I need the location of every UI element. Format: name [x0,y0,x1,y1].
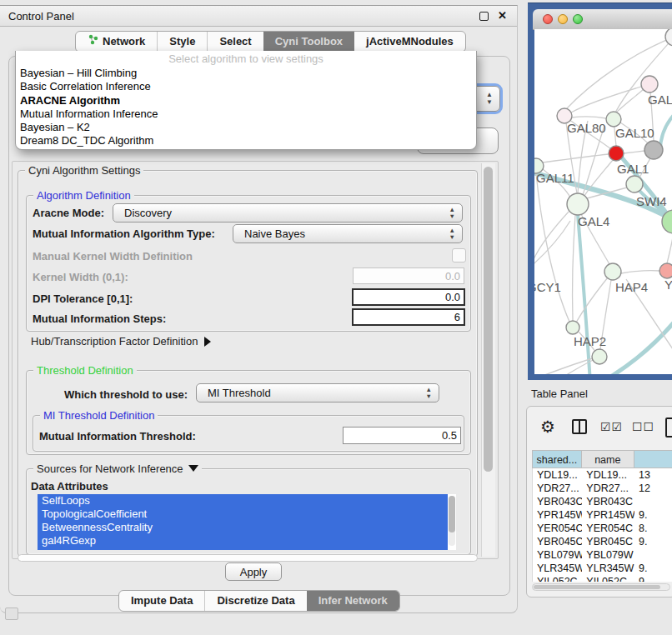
deselect-all-checkboxes-icon[interactable]: ☐☐ [632,420,654,433]
algorithm-option-bayesian-k2[interactable]: Bayesian – K2 [16,121,476,134]
data-attributes-label: Data Attributes [31,480,108,492]
sources-legend[interactable]: Sources for Network Inference [33,462,202,475]
network-window-titlebar[interactable] [533,9,672,30]
settings-vertical-scrollbar[interactable] [481,163,495,557]
mi-threshold-input[interactable] [343,427,461,444]
network-node-gal4[interactable] [567,193,589,215]
close-icon[interactable]: ✕ [498,9,507,22]
tab-network[interactable]: Network [76,32,157,52]
kernel-width-input[interactable] [353,268,464,284]
table-row[interactable]: YBR045CYBR045C9. [533,535,672,548]
algorithm-option-basic-correlation-inference[interactable]: Basic Correlation Inference [16,80,476,93]
data-attribute-option[interactable]: BetweennessCentrality [38,521,456,534]
network-node-hap4[interactable] [604,263,621,280]
table-row[interactable]: YLR345WYLR345W9. [533,562,672,575]
manual-kernel-width-label: Manual Kernel Width Definition [33,250,193,262]
table-row[interactable]: YER054CYER054C8. [533,522,672,535]
tab-impute-data[interactable]: Impute Data [119,591,204,611]
table-cell: 9. [634,562,672,575]
control-panel-tabstrip: NetworkStyleSelectCyni ToolboxjActiveMNo… [75,31,466,52]
network-node-hap2[interactable] [566,321,579,334]
network-canvas[interactable]: GALGAL80GAL10GAL1GAL11SWI4GAL4GCY1HAP4YH… [534,29,672,374]
table-cell: YLR345W [533,562,582,575]
table-header-row: shared...name [532,450,672,468]
manual-kernel-width-checkbox[interactable] [452,248,466,262]
algorithm-dropdown-placeholder: Select algorithm to view settings [16,51,476,67]
table-cell: YDL19... [582,468,634,482]
attributes-scrollbar[interactable] [449,496,455,546]
tab-discretize-data[interactable]: Discretize Data [204,591,306,611]
settings-horizontal-scrollbar[interactable] [18,554,478,562]
settings-scroll-pane: Cyni Algorithm Settings Algorithm Defini… [12,161,499,559]
network-view-window[interactable]: GALGAL80GAL10GAL1GAL11SWI4GAL4GCY1HAP4YH… [528,2,672,380]
table-cell: YDL19... [533,468,582,482]
node-label-gal4: GAL4 [578,214,609,228]
mi-algorithm-type-label: Mutual Information Algorithm Type: [33,228,215,240]
network-node-gal[interactable] [641,76,658,92]
gear-icon[interactable]: ⚙ [540,417,555,437]
algorithm-option-bayesian-hill-climbing[interactable]: Bayesian – Hill Climbing [16,67,476,80]
table-cell: YDR27... [533,482,582,495]
window-grip[interactable] [5,608,18,620]
tab-infer-network[interactable]: Infer Network [307,591,399,611]
control-panel-title: Control Panel [8,10,74,22]
tab-cyni-toolbox[interactable]: Cyni Toolbox [263,32,354,52]
table-cell: YER054C [533,522,582,535]
tab-jactivemnodules[interactable]: jActiveMNodules [354,32,465,52]
which-threshold-combobox[interactable]: MI Threshold ▲▼ [196,383,439,402]
data-attribute-option[interactable]: TopologicalCoefficient [38,508,456,521]
close-traffic-light-icon[interactable] [543,14,553,24]
table-row[interactable]: YDR27...YDR27...12 [533,482,672,495]
table-row[interactable]: YBR043CYBR043C [533,495,672,508]
mi-algorithm-type-combobox[interactable]: Naive Bayes ▲▼ [233,224,463,243]
column-header-shared-[interactable]: shared... [532,450,582,468]
tab-label: Infer Network [318,591,388,611]
data-attribute-option[interactable]: gal4RGexp [38,534,456,548]
attributes-scroll-thumb[interactable] [449,496,455,532]
table-body: YDL19...YDL19...13YDR27...YDR27...12YBR0… [532,468,672,582]
select-all-checkboxes-icon[interactable]: ☑☑ [600,420,623,433]
settings-scroll-thumb[interactable] [484,167,493,472]
network-node-y[interactable] [659,263,672,278]
table-row[interactable]: YPR145WYPR145W9. [533,508,672,522]
network-node-gal1[interactable] [609,146,624,161]
mi-steps-input[interactable] [352,308,465,326]
split-columns-icon[interactable] [572,419,587,434]
data-attribute-option[interactable]: SelfLoops [38,494,456,508]
node-label-gal1: GAL1 [617,162,649,176]
data-attributes-list[interactable]: SelfLoopsTopologicalCoefficientBetweenne… [38,494,456,550]
algorithm-option-mutual-information-inference[interactable]: Mutual Information Inference [16,108,476,121]
tab-style[interactable]: Style [157,32,207,52]
tab-label: Impute Data [131,591,193,611]
network-node-gal10[interactable] [606,112,621,127]
algorithm-option-aracne-algorithm[interactable]: ARACNE Algorithm [16,94,476,108]
table-cell: YBR045C [582,535,634,548]
table-horizontal-scrollbar[interactable] [532,583,670,591]
document-icon[interactable] [665,418,672,438]
hub-tf-definition-label: Hub/Transcription Factor Definition [31,335,198,348]
column-header-clipped[interactable] [634,450,672,468]
dpi-tolerance-input[interactable] [352,288,465,306]
table-cell: 9. [634,535,672,548]
apply-button[interactable]: Apply [225,562,282,581]
aracne-mode-combobox[interactable]: Discovery ▲▼ [113,203,463,222]
table-scroll-thumb[interactable] [534,585,660,589]
column-header-name[interactable]: name [582,450,634,468]
minimize-traffic-light-icon[interactable] [558,14,568,24]
table-row[interactable]: YIL052CYIL052C9 [533,575,672,582]
tab-select[interactable]: Select [207,32,263,52]
hub-tf-definition-toggle[interactable]: Hub/Transcription Factor Definition [31,335,211,348]
network-node-swi4[interactable] [626,176,643,192]
zoom-traffic-light-icon[interactable] [573,14,583,24]
table-cell: YIL052C [582,575,634,582]
algorithm-option-dream8-dc-tdc-algorithm[interactable]: Dream8 DC_TDC Algorithm [16,134,476,148]
table-panel-title: Table Panel [531,388,588,400]
table-row[interactable]: YDL19...YDL19...13 [533,468,672,482]
table-row[interactable]: YBL079WYBL079W [533,548,672,562]
network-node[interactable] [592,349,607,364]
network-node[interactable] [665,29,672,46]
network-node[interactable] [644,141,663,159]
table-cell: 9 [634,575,672,582]
node-label-swi4: SWI4 [636,194,667,208]
float-window-icon[interactable] [479,12,489,21]
